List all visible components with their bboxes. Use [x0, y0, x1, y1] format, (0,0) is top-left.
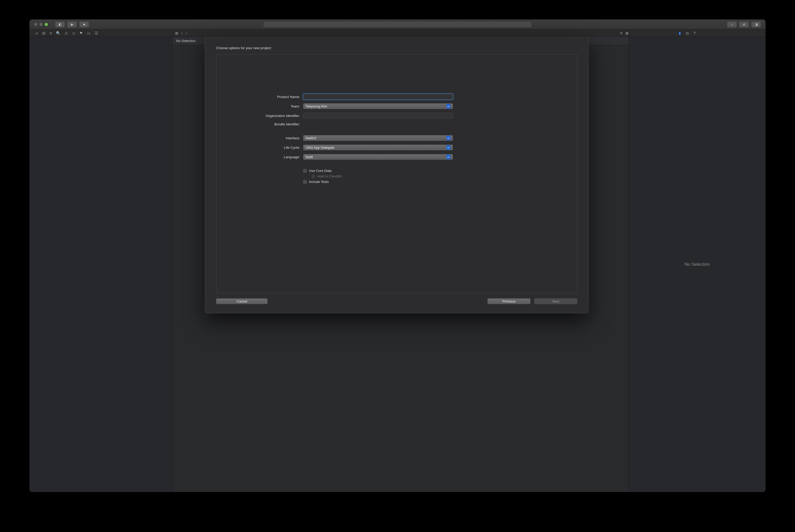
sidebar-left-icon: ◧ — [59, 23, 61, 26]
close-window-icon[interactable] — [34, 23, 37, 26]
grid-icon[interactable]: ⊞ — [175, 31, 178, 35]
life-cycle-select[interactable]: UIKit App Delegate ▴▾ — [303, 145, 453, 150]
host-cloudkit-label: Host in CloudKit — [317, 174, 342, 178]
team-label: Team: — [232, 104, 303, 108]
cancel-button[interactable]: Cancel — [216, 298, 268, 304]
code-review-button[interactable]: ⇄ — [739, 22, 749, 27]
inspector-tabs: ▮ ◷ ? — [629, 30, 765, 37]
stop-icon: ■ — [83, 23, 85, 26]
org-id-label: Organization Identifier: — [232, 114, 303, 118]
folder-icon[interactable]: ▱ — [35, 31, 38, 35]
product-name-label: Product Name: — [232, 95, 303, 99]
search-icon[interactable]: 🔍 — [56, 31, 60, 35]
zoom-window-icon[interactable] — [45, 23, 48, 26]
debug-icon[interactable]: ⚑ — [79, 31, 83, 35]
back-icon[interactable]: ‹ — [182, 31, 183, 35]
navigator-sidebar — [30, 37, 172, 492]
source-control-icon[interactable]: ⊟ — [42, 31, 45, 35]
xcode-window: ◧ ▶ ■ ＋ ⇄ ◨ ▱ ⊟ ≡ 🔍 ⚠ ◇ ⚑ ▭ ☰ ⊞ ‹ › ≡ — [30, 19, 765, 492]
include-tests-checkbox[interactable] — [303, 180, 307, 184]
use-core-data-checkbox[interactable] — [303, 169, 307, 173]
language-label: Language: — [232, 155, 303, 159]
next-button: Next — [534, 298, 577, 304]
interface-select-value: SwiftUI — [305, 136, 316, 140]
new-project-options-sheet: Choose options for your new project: Pro… — [205, 37, 589, 313]
tests-icon[interactable]: ◇ — [72, 31, 75, 35]
previous-button[interactable]: Previous — [487, 298, 531, 304]
plus-icon: ＋ — [730, 22, 734, 26]
stop-button[interactable]: ■ — [79, 22, 89, 27]
org-id-input[interactable] — [303, 113, 453, 118]
editor-path-bar: ⊞ ‹ › ≡ ⊞ — [172, 30, 629, 37]
chevron-up-down-icon: ▴▾ — [447, 104, 451, 109]
forward-icon[interactable]: › — [186, 31, 187, 35]
bundle-id-label: Bundle Identifier: — [232, 122, 303, 126]
inspector-sidebar: No Selection — [629, 37, 765, 492]
language-select-value: Swift — [305, 155, 313, 159]
team-select-value: Taeyoung Kim — [305, 104, 327, 108]
life-cycle-select-value: UIKit App Delegate — [305, 146, 335, 150]
arrows-icon: ⇄ — [743, 23, 745, 26]
toggle-navigator-button[interactable]: ◧ — [55, 22, 65, 27]
play-icon: ▶ — [71, 23, 73, 26]
sidebar-right-icon: ◨ — [755, 23, 758, 26]
issues-icon[interactable]: ⚠ — [65, 31, 68, 35]
life-cycle-label: Life Cycle: — [232, 146, 303, 150]
navigator-tabs: ▱ ⊟ ≡ 🔍 ⚠ ◇ ⚑ ▭ ☰ — [30, 30, 172, 37]
tab-bar: ▱ ⊟ ≡ 🔍 ⚠ ◇ ⚑ ▭ ☰ ⊞ ‹ › ≡ ⊞ ▮ ◷ ? — [30, 30, 765, 37]
window-controls — [34, 23, 48, 26]
symbol-icon[interactable]: ≡ — [50, 31, 52, 35]
sheet-body: Product Name: Team: Taeyoung Kim ▴▾ Orga… — [216, 54, 577, 293]
file-inspector-icon[interactable]: ▮ — [679, 31, 681, 35]
adjust-editor-icon[interactable]: ⊞ — [625, 31, 629, 35]
use-core-data-label: Use Core Data — [309, 169, 332, 173]
breakpoints-icon[interactable]: ▭ — [87, 31, 91, 35]
language-select[interactable]: Swift ▴▾ — [303, 154, 453, 160]
scheme-activity-bar[interactable] — [263, 22, 532, 27]
run-button[interactable]: ▶ — [67, 22, 77, 27]
include-tests-label: Include Tests — [309, 180, 329, 184]
help-inspector-icon[interactable]: ? — [694, 31, 696, 35]
reports-icon[interactable]: ☰ — [95, 31, 98, 35]
minimize-window-icon[interactable] — [39, 23, 43, 26]
chevron-up-down-icon: ▴▾ — [447, 136, 451, 140]
chevron-up-down-icon: ▴▾ — [447, 145, 451, 150]
chevron-up-down-icon: ▴▾ — [447, 155, 451, 159]
editor-options-icon[interactable]: ≡ — [620, 31, 622, 35]
history-inspector-icon[interactable]: ◷ — [686, 31, 689, 35]
interface-label: Interface: — [232, 136, 303, 140]
inspector-no-selection-label: No Selection — [685, 262, 710, 267]
product-name-input[interactable] — [303, 94, 453, 100]
host-cloudkit-checkbox — [311, 174, 315, 178]
sheet-footer: Cancel Previous Next — [216, 298, 577, 304]
sheet-title: Choose options for your new project: — [216, 46, 577, 50]
titlebar: ◧ ▶ ■ ＋ ⇄ ◨ — [30, 19, 765, 30]
toggle-inspector-button[interactable]: ◨ — [751, 22, 761, 27]
interface-select[interactable]: SwiftUI ▴▾ — [303, 135, 453, 141]
library-button[interactable]: ＋ — [727, 22, 737, 27]
team-select[interactable]: Taeyoung Kim ▴▾ — [303, 103, 453, 109]
editor-no-selection-label: No Selection — [176, 39, 195, 43]
